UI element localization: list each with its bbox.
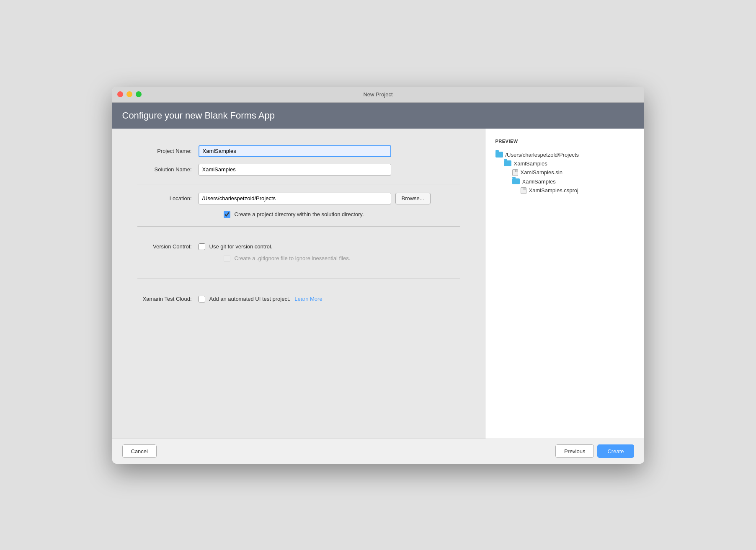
tree-item-label: XamlSamples.sln bbox=[521, 169, 562, 176]
window-title: New Project bbox=[363, 91, 392, 98]
location-input[interactable] bbox=[199, 193, 391, 204]
test-cloud-section: Xamarin Test Cloud: Add an automated UI … bbox=[112, 287, 485, 318]
add-test-label: Add an automated UI test project. bbox=[209, 296, 291, 302]
tree-item: /Users/charlespetzold/Projects bbox=[495, 150, 634, 159]
version-control-section: Version Control: Use git for version con… bbox=[112, 235, 485, 270]
test-cloud-row: Xamarin Test Cloud: Add an automated UI … bbox=[137, 296, 460, 302]
tree-item-label: XamlSamples bbox=[514, 160, 547, 167]
divider-2 bbox=[137, 226, 460, 227]
file-icon bbox=[521, 187, 526, 194]
file-icon bbox=[512, 169, 518, 176]
tree-item: XamlSamples.csproj bbox=[495, 186, 634, 195]
create-directory-row: Create a project directory within the so… bbox=[224, 211, 460, 218]
cancel-button[interactable]: Cancel bbox=[122, 444, 157, 458]
footer-right: Previous Create bbox=[555, 444, 634, 458]
divider-1 bbox=[137, 184, 460, 184]
right-panel: PREVIEW /Users/charlespetzold/Projects X… bbox=[485, 129, 644, 439]
maximize-button[interactable] bbox=[136, 91, 142, 97]
create-button[interactable]: Create bbox=[597, 444, 634, 458]
name-section: Project Name: Solution Name: bbox=[112, 145, 485, 176]
location-label: Location: bbox=[137, 195, 192, 201]
header-bar: Configure your new Blank Forms App bbox=[112, 103, 644, 129]
divider-3 bbox=[137, 279, 460, 279]
gitignore-row: Create a .gitignore file to ignore iness… bbox=[224, 255, 460, 262]
window-controls bbox=[117, 91, 142, 97]
create-directory-label: Create a project directory within the so… bbox=[235, 211, 364, 217]
tree-item: XamlSamples.sln bbox=[495, 168, 634, 177]
browse-button[interactable]: Browse... bbox=[395, 193, 431, 204]
page-title: Configure your new Blank Forms App bbox=[122, 110, 634, 121]
add-test-checkbox[interactable] bbox=[199, 296, 205, 302]
folder-icon bbox=[495, 152, 503, 158]
test-cloud-label: Xamarin Test Cloud: bbox=[137, 296, 192, 302]
solution-name-input[interactable] bbox=[199, 164, 391, 176]
minimize-button[interactable] bbox=[126, 91, 132, 97]
solution-name-label: Solution Name: bbox=[137, 166, 192, 173]
footer-left: Cancel bbox=[122, 444, 157, 458]
left-panel: Project Name: Solution Name: Location: B… bbox=[112, 129, 485, 439]
title-bar: New Project bbox=[112, 87, 644, 103]
project-name-label: Project Name: bbox=[137, 148, 192, 154]
previous-button[interactable]: Previous bbox=[555, 444, 594, 458]
version-control-row: Version Control: Use git for version con… bbox=[137, 243, 460, 250]
folder-icon bbox=[512, 178, 520, 184]
use-git-checkbox[interactable] bbox=[199, 243, 205, 250]
gitignore-checkbox[interactable] bbox=[224, 255, 230, 262]
add-test-group: Add an automated UI test project. Learn … bbox=[199, 296, 323, 302]
create-directory-checkbox[interactable] bbox=[224, 211, 230, 218]
use-git-label: Use git for version control. bbox=[209, 243, 273, 250]
folder-icon bbox=[504, 160, 511, 166]
use-git-group: Use git for version control. bbox=[199, 243, 273, 250]
version-control-label: Version Control: bbox=[137, 243, 192, 250]
project-name-input[interactable] bbox=[199, 145, 391, 157]
main-window: New Project Configure your new Blank For… bbox=[112, 87, 644, 464]
gitignore-label: Create a .gitignore file to ignore iness… bbox=[235, 255, 351, 261]
close-button[interactable] bbox=[117, 91, 123, 97]
solution-name-row: Solution Name: bbox=[137, 164, 460, 176]
location-input-group: Browse... bbox=[199, 193, 431, 204]
tree-item-label: XamlSamples bbox=[522, 178, 556, 185]
project-name-row: Project Name: bbox=[137, 145, 460, 157]
location-row: Location: Browse... bbox=[137, 193, 460, 204]
preview-title: PREVIEW bbox=[495, 139, 634, 144]
footer: Cancel Previous Create bbox=[112, 439, 644, 464]
tree-item: XamlSamples bbox=[495, 177, 634, 186]
learn-more-link[interactable]: Learn More bbox=[294, 296, 322, 302]
main-content: Project Name: Solution Name: Location: B… bbox=[112, 129, 644, 439]
tree-item: XamlSamples bbox=[495, 159, 634, 168]
tree-item-label: XamlSamples.csproj bbox=[529, 187, 579, 194]
tree-item-label: /Users/charlespetzold/Projects bbox=[506, 152, 579, 158]
location-section: Location: Browse... Create a project dir… bbox=[112, 193, 485, 218]
